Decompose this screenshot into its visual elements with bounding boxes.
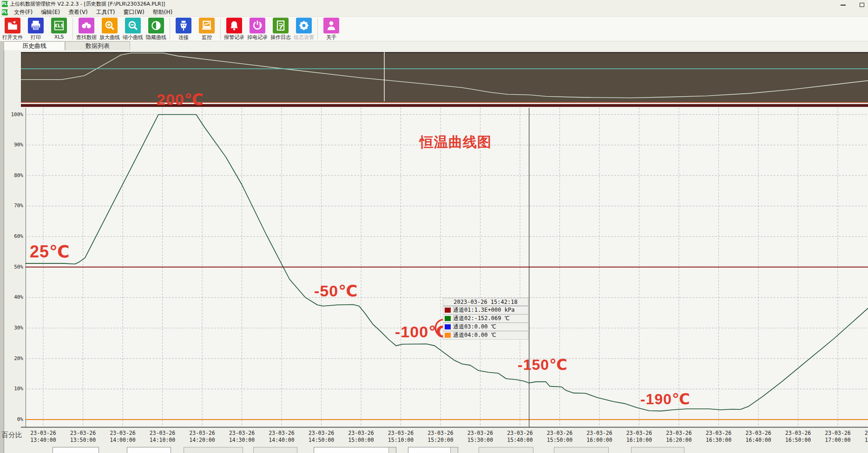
toolbar-button-monitor[interactable]: 监控 — [195, 18, 218, 41]
menu-bar: PLR 文件(F)编辑(E)查看(V)工具(T)窗口(W)帮助(H) — [0, 8, 868, 17]
overview-navigator[interactable] — [21, 52, 868, 102]
app-window: PLR 上位机数据管理软件 V2.2.2.3 - [历史数据 [F:\PLR\2… — [0, 0, 868, 453]
bottom-control[interactable] — [184, 447, 243, 453]
op-log-icon — [273, 18, 289, 33]
tab-history-curve[interactable]: 历史曲线 — [4, 41, 65, 50]
chart-plot-area[interactable] — [26, 108, 868, 427]
toolbar-button-connect[interactable]: 连接 — [172, 18, 195, 41]
toolbar-button-printer[interactable]: 打印 — [24, 18, 47, 41]
title-bar: PLR 上位机数据管理软件 V2.2.2.3 - [历史数据 [F:\PLR\2… — [0, 0, 868, 8]
printer-icon — [28, 18, 44, 33]
hand-annotation: -190℃ — [640, 390, 690, 408]
menu-item-3[interactable]: 查看(V) — [64, 8, 92, 16]
y-tick-label: 10% — [3, 386, 23, 392]
x-tick-label: 23-03-26 15:00:00 — [341, 430, 381, 444]
toolbar-button-label: 查找数据 — [76, 34, 97, 41]
svg-text:XLS: XLS — [54, 23, 64, 28]
y-tick-label: 20% — [3, 355, 23, 361]
bottom-control[interactable] — [127, 447, 171, 453]
bottom-control[interactable] — [554, 447, 609, 453]
minimize-icon — [841, 5, 846, 6]
toolbar-button-open-file[interactable]: 打开文件 — [1, 18, 24, 41]
x-tick-label: 23-03-26 14:40:00 — [262, 430, 302, 444]
y-tick-label: 100% — [3, 112, 23, 118]
toolbar-button-label: 打印 — [31, 34, 41, 41]
toolbar-button-zoom-in[interactable]: 放大曲线 — [98, 18, 121, 41]
xls-icon: XLS — [51, 18, 67, 33]
about-icon — [323, 18, 339, 33]
y-tick-label: 40% — [3, 294, 23, 300]
toolbar-button-label: 关于 — [326, 34, 336, 41]
tab-data-list[interactable]: 数据列表 — [65, 41, 130, 50]
toolbar-separator — [317, 18, 318, 39]
toolbar-button-alarm[interactable]: 报警记录 — [223, 18, 246, 41]
x-tick-label: 23-03-26 13:50:00 — [63, 430, 103, 444]
channel-value-label: 通道03:0.00 ℃ — [453, 323, 496, 331]
x-tick-label: 23-03-26 16:50:00 — [778, 430, 818, 444]
x-tick-label: 23-03-26 14:00:00 — [103, 430, 143, 444]
menu-item-5[interactable]: 窗口(W) — [119, 8, 149, 16]
x-tick-label: 23-03-26 15:30:00 — [460, 430, 500, 444]
y-tick-label: 60% — [3, 233, 23, 239]
connect-icon — [176, 18, 191, 33]
channel-value-label: 通道01:1.3E+000 kPa — [453, 306, 514, 314]
x-tick-label: 23-03-26 14:30:00 — [222, 430, 262, 444]
menu-item-6[interactable]: 帮助(H) — [149, 8, 177, 16]
toolbar-button-about[interactable]: 关于 — [320, 18, 343, 41]
hand-annotation: 恒温曲线图 — [420, 133, 492, 152]
x-tick-label: 23-03-26 14:10:00 — [143, 430, 183, 444]
toolbar-button-xls[interactable]: XLSXLS — [47, 18, 71, 40]
config-icon — [296, 18, 312, 33]
bottom-control[interactable] — [479, 447, 533, 453]
cursor-tooltip: 2023-03-26 15:42:18 通道01:1.3E+000 kPa通道0… — [443, 298, 528, 339]
toolbar-button-search-data[interactable]: 查找数据 — [75, 18, 98, 41]
toolbar-button-hide-curve[interactable]: 隐藏曲线 — [145, 18, 168, 41]
hand-annotation: -50℃ — [314, 282, 358, 300]
open-file-icon — [5, 18, 20, 33]
tooltip-channel-row: 通道01:1.3E+000 kPa — [443, 306, 528, 315]
x-tick-label: 23-03-26 16:30:00 — [699, 430, 739, 444]
y-tick-label: 70% — [3, 203, 23, 209]
toolbar: 打开文件打印XLSXLS查找数据放大曲线缩小曲线隐藏曲线连接监控报警记录掉电记录… — [0, 17, 868, 41]
menu-item-1[interactable]: 文件(F) — [10, 8, 37, 16]
x-tick-label: 23-03-26 15:10:00 — [381, 430, 421, 444]
bottom-control[interactable] — [314, 447, 396, 453]
bottom-control[interactable] — [408, 447, 458, 453]
x-tick-label: 23-03-26 14:50:00 — [302, 430, 342, 444]
bottom-control[interactable] — [631, 447, 684, 453]
tooltip-channel-row: 通道02:-152.069 ℃ — [443, 315, 528, 323]
tooltip-channel-row: 通道03:0.00 ℃ — [443, 323, 528, 331]
zoom-in-icon — [102, 18, 118, 33]
toolbar-button-label: XLS — [54, 34, 64, 40]
toolbar-button-label: 操作日志 — [270, 34, 291, 41]
toolbar-button-label: 放大曲线 — [99, 34, 120, 41]
x-tick-label: 23-03-26 16:10:00 — [619, 430, 659, 444]
toolbar-button-label: 报警记录 — [224, 34, 244, 41]
channel-color-swatch — [445, 333, 451, 338]
x-tick-label: 23-03-26 15:20:00 — [421, 430, 460, 444]
toolbar-button-op-log[interactable]: 操作日志 — [269, 18, 292, 41]
y-tick-label: 50% — [3, 264, 23, 270]
toolbar-separator — [220, 18, 221, 39]
zoom-out-icon — [125, 18, 141, 33]
minimize-button[interactable] — [840, 1, 847, 7]
toolbar-button-power-log[interactable]: 掉电记录 — [246, 18, 269, 41]
x-tick-label: 23-03-26 15:40:00 — [500, 430, 540, 444]
menu-item-2[interactable]: 编辑(E) — [37, 8, 64, 16]
toolbar-button-config[interactable]: 组态设置 — [292, 18, 316, 41]
bottom-control[interactable] — [253, 447, 297, 453]
toolbar-button-zoom-out[interactable]: 缩小曲线 — [121, 18, 145, 41]
bottom-control[interactable] — [53, 447, 99, 453]
power-log-icon — [250, 18, 265, 33]
x-tick-label: 23-03-26 16:40:00 — [738, 430, 778, 444]
restore-button[interactable] — [859, 1, 865, 7]
search-data-icon — [79, 18, 94, 33]
toolbar-button-label: 监控 — [202, 34, 212, 41]
y-tick-label: 90% — [3, 142, 23, 148]
channel-color-swatch — [445, 316, 451, 321]
channel-value-label: 通道02:-152.069 ℃ — [453, 315, 510, 322]
menu-item-4[interactable]: 工具(T) — [92, 8, 119, 16]
y-tick-label: 0% — [3, 416, 23, 422]
y-tick-label: 80% — [3, 172, 23, 178]
toolbar-button-label: 缩小曲线 — [123, 34, 143, 41]
